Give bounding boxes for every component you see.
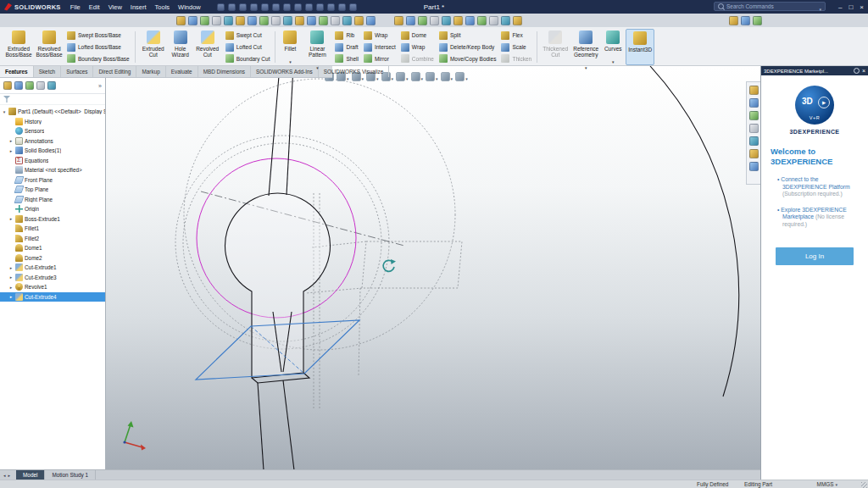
- tree-item[interactable]: Fillet2: [0, 234, 105, 244]
- ribbon-stack-button[interactable]: Delete/Keep Body: [439, 42, 497, 53]
- ribbon-stack-button[interactable]: Split: [439, 30, 497, 42]
- revolved-boss-base-button[interactable]: Revolved Boss/Base: [35, 29, 64, 65]
- linear-pattern-button[interactable]: Linear Pattern: [303, 29, 331, 65]
- dropdown-caret-icon[interactable]: [289, 52, 292, 67]
- file-properties-icon[interactable]: [316, 3, 324, 11]
- part-edges[interactable]: [225, 66, 739, 470]
- command-tab[interactable]: Features: [0, 66, 34, 77]
- ribbon-stack-button[interactable]: Wrap: [364, 30, 396, 42]
- ribbon-stack-button[interactable]: Draft: [335, 42, 358, 53]
- options-icon[interactable]: [327, 3, 335, 11]
- wireframe-icon[interactable]: [342, 16, 352, 25]
- tree-item[interactable]: Annotations: [0, 136, 105, 147]
- dropdown-caret-icon[interactable]: [451, 69, 453, 84]
- hide-all-types-icon[interactable]: [489, 16, 498, 25]
- filter-funnel-icon[interactable]: [3, 96, 10, 103]
- print-preview-icon[interactable]: [176, 16, 186, 25]
- expand-arrow-icon[interactable]: [8, 285, 14, 290]
- expand-arrow-icon[interactable]: [8, 148, 14, 153]
- study-tab[interactable]: Model: [16, 470, 45, 480]
- dropdown-caret-icon[interactable]: [316, 58, 319, 73]
- menu-item[interactable]: Window: [174, 3, 205, 11]
- shaded-icon[interactable]: [406, 16, 415, 25]
- instant3d-button[interactable]: Instant3D: [626, 29, 654, 65]
- tree-item[interactable]: History: [0, 117, 105, 127]
- command-tab[interactable]: Direct Editing: [93, 66, 136, 77]
- isometric-view-icon[interactable]: [331, 16, 340, 25]
- ribbon-stack-button[interactable]: Lofted Boss/Base: [67, 42, 130, 53]
- ribbon-stack-button[interactable]: Swept Cut: [225, 30, 270, 42]
- undo-icon[interactable]: [272, 3, 280, 11]
- menu-item[interactable]: Insert: [126, 3, 151, 11]
- command-tab[interactable]: Evaluate: [166, 66, 198, 77]
- graphics-area[interactable]: [106, 66, 760, 470]
- ribbon-stack-button[interactable]: Shell: [335, 53, 358, 64]
- edit-appearance-icon[interactable]: [501, 16, 510, 25]
- tree-item[interactable]: Material <not specified>: [0, 165, 105, 175]
- shadows-in-shaded-mode-icon[interactable]: [418, 16, 427, 25]
- expand-arrow-icon[interactable]: [2, 109, 7, 114]
- hole-wizard-button[interactable]: Hole Wizard: [170, 29, 192, 65]
- revolved-cut-button[interactable]: Revolved Cut: [193, 29, 222, 65]
- expand-arrow-icon[interactable]: [8, 294, 14, 299]
- rebuild-icon[interactable]: [305, 3, 313, 11]
- open-icon[interactable]: [239, 3, 247, 11]
- back-view-icon[interactable]: [271, 16, 281, 25]
- ribbon-stack-button[interactable]: Swept Boss/Base: [67, 30, 130, 42]
- command-tab[interactable]: Markup: [136, 66, 165, 77]
- menu-item[interactable]: Edit: [85, 3, 104, 11]
- tree-item[interactable]: Origin: [0, 204, 105, 214]
- command-tab[interactable]: Surfaces: [61, 66, 93, 77]
- extruded-cut-button[interactable]: Extruded Cut: [139, 29, 168, 65]
- log-in-button[interactable]: Log In: [776, 247, 854, 265]
- shaded-with-edges-icon[interactable]: [394, 16, 403, 25]
- hide-show-items-icon[interactable]: [411, 72, 420, 81]
- dimxpertmanager-icon[interactable]: [36, 81, 45, 90]
- ribbon-stack-button[interactable]: Flex: [501, 30, 531, 42]
- redo-icon[interactable]: [283, 3, 291, 11]
- expand-arrow-icon[interactable]: [8, 216, 14, 221]
- ribbon-stack-button[interactable]: Boundary Cut: [225, 53, 270, 64]
- pack-and-go-icon[interactable]: [338, 3, 346, 11]
- zoom-to-fit-icon[interactable]: [188, 16, 198, 25]
- ribbon-stack-button[interactable]: Mirror: [364, 53, 396, 64]
- custom-properties-icon[interactable]: [749, 149, 759, 158]
- right-view-icon[interactable]: [295, 16, 304, 25]
- dropdown-caret-icon[interactable]: [465, 69, 468, 84]
- command-tab[interactable]: MBD Dimensions: [198, 66, 251, 77]
- tree-item[interactable]: Dome2: [0, 253, 105, 263]
- perspective-icon[interactable]: [465, 16, 475, 25]
- configurationmanager-icon[interactable]: [25, 81, 34, 90]
- tree-item[interactable]: Top Plane: [0, 185, 105, 195]
- ribbon-stack-button[interactable]: Dome: [401, 30, 434, 42]
- front-view-icon[interactable]: [259, 16, 269, 25]
- top-view-icon[interactable]: [307, 16, 316, 25]
- ribbon-stack-button[interactable]: Combine: [401, 53, 434, 64]
- close-button[interactable]: ×: [860, 3, 864, 11]
- ribbon-stack-button[interactable]: Move/Copy Bodies: [439, 53, 497, 64]
- file-explorer-icon[interactable]: [749, 111, 759, 120]
- ribbon-stack-button[interactable]: Scale: [501, 42, 531, 53]
- tab-scroll-arrows-icon[interactable]: [0, 470, 16, 480]
- maximize-button[interactable]: □: [849, 3, 853, 11]
- ribbon-stack-button[interactable]: Lofted Cut: [225, 42, 270, 53]
- menu-item[interactable]: Tools: [151, 3, 175, 11]
- view-settings-icon[interactable]: [513, 16, 522, 25]
- rotate-view-icon[interactable]: [224, 16, 233, 25]
- ribbon-stack-button[interactable]: Wrap: [401, 42, 434, 53]
- hud-button[interactable]: [455, 69, 468, 84]
- search-input[interactable]: [726, 3, 816, 9]
- appearances-scenes-icon[interactable]: [749, 136, 759, 146]
- tree-item[interactable]: Boss-Extrude1: [0, 214, 105, 225]
- model-view[interactable]: [106, 66, 760, 470]
- menu-item[interactable]: File: [66, 3, 85, 11]
- apply-scene-icon[interactable]: [441, 72, 450, 81]
- resize-grip[interactable]: [861, 482, 867, 488]
- tree-item[interactable]: Cut-Extrude1: [0, 263, 105, 273]
- left-view-icon[interactable]: [283, 16, 292, 25]
- design-library-icon[interactable]: [749, 98, 759, 108]
- tree-item[interactable]: Revolve1: [0, 282, 105, 292]
- close-icon[interactable]: ×: [862, 68, 865, 74]
- tree-item[interactable]: Right Plane: [0, 195, 105, 205]
- quick-snaps-icon[interactable]: [753, 16, 762, 25]
